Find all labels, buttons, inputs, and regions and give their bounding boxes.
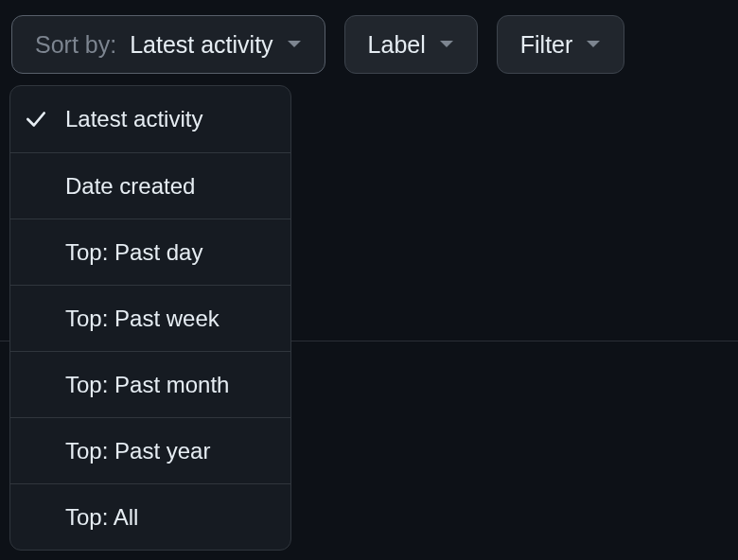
sort-option-top-all[interactable]: Top: All — [10, 483, 290, 550]
filter-button-text: Filter — [520, 31, 573, 59]
sort-option-top-past-day[interactable]: Top: Past day — [10, 219, 290, 285]
caret-down-icon — [287, 40, 302, 49]
sort-by-prefix: Sort by: — [35, 31, 116, 59]
caret-down-icon — [586, 40, 601, 49]
sort-option-date-created[interactable]: Date created — [10, 152, 290, 219]
sort-option-label: Top: Past week — [65, 306, 220, 332]
sort-option-top-past-month[interactable]: Top: Past month — [10, 351, 290, 417]
label-button-text: Label — [368, 31, 426, 59]
filter-toolbar: Sort by: Latest activity Label Filter — [11, 15, 727, 74]
check-icon — [24, 107, 65, 131]
filter-button[interactable]: Filter — [497, 15, 625, 74]
sort-by-value: Latest activity — [130, 31, 272, 59]
sort-option-label: Top: Past day — [65, 239, 202, 266]
sort-by-button[interactable]: Sort by: Latest activity — [11, 15, 325, 74]
sort-option-top-past-week[interactable]: Top: Past week — [10, 285, 290, 351]
sort-option-latest-activity[interactable]: Latest activity — [10, 86, 290, 152]
sort-option-top-past-year[interactable]: Top: Past year — [10, 417, 290, 483]
sort-option-label: Date created — [65, 173, 195, 200]
sort-option-label: Top: All — [65, 504, 138, 531]
sort-option-label: Top: Past month — [65, 372, 229, 398]
sort-option-label: Latest activity — [65, 106, 202, 132]
caret-down-icon — [439, 40, 454, 49]
sort-option-label: Top: Past year — [65, 438, 210, 464]
sort-dropdown: Latest activity Date created Top: Past d… — [9, 85, 291, 551]
label-button[interactable]: Label — [344, 15, 478, 74]
